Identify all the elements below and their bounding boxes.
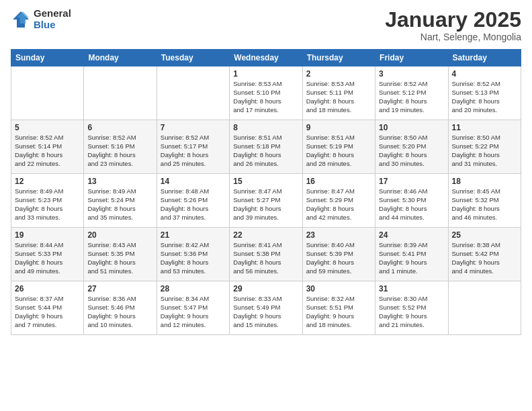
- calendar-cell: 21Sunrise: 8:42 AM Sunset: 5:36 PM Dayli…: [157, 228, 229, 281]
- cell-day-number: 9: [306, 123, 371, 132]
- calendar-cell: [84, 66, 157, 120]
- cell-info: Sunrise: 8:48 AM Sunset: 5:26 PM Dayligh…: [161, 187, 226, 222]
- day-header-wednesday: Wednesday: [230, 50, 302, 66]
- calendar-title: January 2025: [385, 8, 521, 32]
- cell-day-number: 30: [306, 284, 371, 293]
- calendar-cell: 13Sunrise: 8:49 AM Sunset: 5:24 PM Dayli…: [84, 174, 157, 228]
- logo-icon: [11, 9, 31, 30]
- calendar-cell: 23Sunrise: 8:40 AM Sunset: 5:39 PM Dayli…: [302, 228, 375, 281]
- calendar-cell: 11Sunrise: 8:50 AM Sunset: 5:22 PM Dayli…: [448, 120, 521, 174]
- day-header-sunday: Sunday: [11, 50, 84, 66]
- calendar-cell: 27Sunrise: 8:36 AM Sunset: 5:46 PM Dayli…: [84, 281, 157, 335]
- cell-day-number: 21: [161, 230, 226, 240]
- cell-info: Sunrise: 8:53 AM Sunset: 5:11 PM Dayligh…: [306, 80, 371, 114]
- calendar-cell: 6Sunrise: 8:52 AM Sunset: 5:16 PM Daylig…: [84, 120, 157, 174]
- cell-info: Sunrise: 8:47 AM Sunset: 5:27 PM Dayligh…: [233, 187, 298, 222]
- cell-info: Sunrise: 8:52 AM Sunset: 5:14 PM Dayligh…: [15, 134, 80, 168]
- header: General Blue January 2025 Nart, Selenge,…: [11, 8, 521, 42]
- cell-info: Sunrise: 8:46 AM Sunset: 5:30 PM Dayligh…: [379, 187, 444, 222]
- cell-day-number: 12: [15, 177, 80, 186]
- title-block: January 2025 Nart, Selenge, Mongolia: [385, 8, 521, 42]
- cell-info: Sunrise: 8:51 AM Sunset: 5:18 PM Dayligh…: [233, 134, 298, 168]
- cell-day-number: 5: [15, 123, 80, 132]
- cell-day-number: 26: [15, 284, 80, 293]
- calendar-cell: 5Sunrise: 8:52 AM Sunset: 5:14 PM Daylig…: [11, 120, 84, 174]
- day-header-tuesday: Tuesday: [157, 50, 229, 66]
- cell-info: Sunrise: 8:42 AM Sunset: 5:36 PM Dayligh…: [161, 241, 226, 275]
- cell-info: Sunrise: 8:44 AM Sunset: 5:33 PM Dayligh…: [15, 241, 80, 275]
- day-header-thursday: Thursday: [302, 50, 375, 66]
- logo-text: General Blue: [34, 8, 71, 30]
- calendar-cell: 25Sunrise: 8:38 AM Sunset: 5:42 PM Dayli…: [448, 228, 521, 281]
- cell-day-number: 23: [306, 230, 371, 240]
- calendar-cell: 9Sunrise: 8:51 AM Sunset: 5:19 PM Daylig…: [302, 120, 375, 174]
- cell-day-number: 25: [452, 230, 517, 240]
- calendar-cell: 3Sunrise: 8:52 AM Sunset: 5:12 PM Daylig…: [375, 66, 448, 120]
- calendar-cell: 15Sunrise: 8:47 AM Sunset: 5:27 PM Dayli…: [230, 174, 302, 228]
- calendar-cell: 17Sunrise: 8:46 AM Sunset: 5:30 PM Dayli…: [375, 174, 448, 228]
- cell-day-number: 15: [233, 177, 298, 186]
- cell-day-number: 17: [379, 177, 444, 186]
- cell-day-number: 10: [379, 123, 444, 132]
- day-header-monday: Monday: [84, 50, 157, 66]
- cell-day-number: 31: [379, 284, 444, 293]
- calendar-subtitle: Nart, Selenge, Mongolia: [385, 32, 521, 42]
- calendar-cell: 2Sunrise: 8:53 AM Sunset: 5:11 PM Daylig…: [302, 66, 375, 120]
- calendar-cell: 12Sunrise: 8:49 AM Sunset: 5:23 PM Dayli…: [11, 174, 84, 228]
- cell-info: Sunrise: 8:32 AM Sunset: 5:51 PM Dayligh…: [306, 295, 371, 329]
- cell-info: Sunrise: 8:49 AM Sunset: 5:24 PM Dayligh…: [87, 187, 152, 222]
- cell-info: Sunrise: 8:40 AM Sunset: 5:39 PM Dayligh…: [306, 241, 371, 275]
- cell-day-number: 7: [161, 123, 226, 132]
- cell-info: Sunrise: 8:47 AM Sunset: 5:29 PM Dayligh…: [306, 187, 371, 222]
- cell-day-number: 27: [87, 284, 152, 293]
- calendar-cell: 19Sunrise: 8:44 AM Sunset: 5:33 PM Dayli…: [11, 228, 84, 281]
- cell-day-number: 1: [233, 69, 298, 79]
- cell-info: Sunrise: 8:51 AM Sunset: 5:19 PM Dayligh…: [306, 134, 371, 168]
- calendar-cell: 14Sunrise: 8:48 AM Sunset: 5:26 PM Dayli…: [157, 174, 229, 228]
- cell-day-number: 20: [87, 230, 152, 240]
- calendar-cell: 10Sunrise: 8:50 AM Sunset: 5:20 PM Dayli…: [375, 120, 448, 174]
- calendar-table: SundayMondayTuesdayWednesdayThursdayFrid…: [11, 49, 521, 335]
- cell-info: Sunrise: 8:36 AM Sunset: 5:46 PM Dayligh…: [87, 295, 152, 329]
- cell-day-number: 2: [306, 69, 371, 79]
- week-row-5: 26Sunrise: 8:37 AM Sunset: 5:44 PM Dayli…: [11, 281, 521, 335]
- cell-info: Sunrise: 8:45 AM Sunset: 5:32 PM Dayligh…: [452, 187, 517, 222]
- cell-day-number: 19: [15, 230, 80, 240]
- calendar-cell: 28Sunrise: 8:34 AM Sunset: 5:47 PM Dayli…: [157, 281, 229, 335]
- cell-info: Sunrise: 8:53 AM Sunset: 5:10 PM Dayligh…: [233, 80, 298, 114]
- cell-info: Sunrise: 8:52 AM Sunset: 5:12 PM Dayligh…: [379, 80, 444, 114]
- cell-info: Sunrise: 8:30 AM Sunset: 5:52 PM Dayligh…: [379, 295, 444, 329]
- logo: General Blue: [11, 8, 71, 30]
- cell-day-number: 18: [452, 177, 517, 186]
- calendar-cell: 1Sunrise: 8:53 AM Sunset: 5:10 PM Daylig…: [230, 66, 302, 120]
- cell-info: Sunrise: 8:34 AM Sunset: 5:47 PM Dayligh…: [161, 295, 226, 329]
- calendar-cell: 30Sunrise: 8:32 AM Sunset: 5:51 PM Dayli…: [302, 281, 375, 335]
- cell-info: Sunrise: 8:33 AM Sunset: 5:49 PM Dayligh…: [233, 295, 298, 329]
- calendar-cell: [157, 66, 229, 120]
- cell-day-number: 29: [233, 284, 298, 293]
- cell-info: Sunrise: 8:37 AM Sunset: 5:44 PM Dayligh…: [15, 295, 80, 329]
- calendar-cell: 24Sunrise: 8:39 AM Sunset: 5:41 PM Dayli…: [375, 228, 448, 281]
- day-header-saturday: Saturday: [448, 50, 521, 66]
- calendar-cell: 22Sunrise: 8:41 AM Sunset: 5:38 PM Dayli…: [230, 228, 302, 281]
- week-row-4: 19Sunrise: 8:44 AM Sunset: 5:33 PM Dayli…: [11, 228, 521, 281]
- calendar-cell: 8Sunrise: 8:51 AM Sunset: 5:18 PM Daylig…: [230, 120, 302, 174]
- calendar-cell: 4Sunrise: 8:52 AM Sunset: 5:13 PM Daylig…: [448, 66, 521, 120]
- calendar-cell: 18Sunrise: 8:45 AM Sunset: 5:32 PM Dayli…: [448, 174, 521, 228]
- cell-day-number: 14: [161, 177, 226, 186]
- calendar-cell: 20Sunrise: 8:43 AM Sunset: 5:35 PM Dayli…: [84, 228, 157, 281]
- header-row: SundayMondayTuesdayWednesdayThursdayFrid…: [11, 50, 521, 66]
- cell-day-number: 6: [87, 123, 152, 132]
- calendar-cell: 26Sunrise: 8:37 AM Sunset: 5:44 PM Dayli…: [11, 281, 84, 335]
- cell-info: Sunrise: 8:43 AM Sunset: 5:35 PM Dayligh…: [87, 241, 152, 275]
- calendar-cell: 16Sunrise: 8:47 AM Sunset: 5:29 PM Dayli…: [302, 174, 375, 228]
- cell-info: Sunrise: 8:50 AM Sunset: 5:20 PM Dayligh…: [379, 134, 444, 168]
- day-header-friday: Friday: [375, 50, 448, 66]
- cell-info: Sunrise: 8:52 AM Sunset: 5:13 PM Dayligh…: [452, 80, 517, 114]
- cell-day-number: 4: [452, 69, 517, 79]
- week-row-2: 5Sunrise: 8:52 AM Sunset: 5:14 PM Daylig…: [11, 120, 521, 174]
- logo-blue: Blue: [34, 19, 71, 31]
- cell-day-number: 3: [379, 69, 444, 79]
- cell-info: Sunrise: 8:38 AM Sunset: 5:42 PM Dayligh…: [452, 241, 517, 275]
- cell-info: Sunrise: 8:39 AM Sunset: 5:41 PM Dayligh…: [379, 241, 444, 275]
